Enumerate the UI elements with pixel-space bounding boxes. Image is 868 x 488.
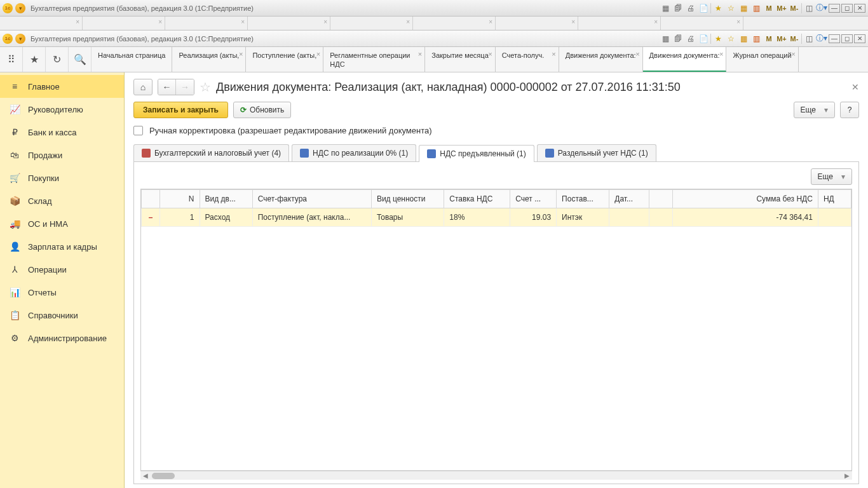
cell[interactable]: -74 364,41 — [673, 208, 818, 227]
sidebar-item[interactable]: 🛍Продажи — [0, 144, 124, 166]
dropdown-icon[interactable]: ▾ — [15, 34, 25, 44]
close-doc-button[interactable]: ✕ — [851, 82, 859, 92]
cell[interactable]: – — [142, 208, 160, 227]
column-header[interactable]: Вид ценности — [371, 190, 444, 208]
cell[interactable]: 18% — [444, 208, 510, 227]
sidebar-item[interactable]: 🚚ОС и НМА — [0, 212, 124, 235]
horizontal-scrollbar[interactable]: ◀ ▶ — [140, 471, 852, 480]
cell[interactable]: Товары — [371, 208, 444, 227]
home-button[interactable]: ⌂ — [133, 79, 153, 95]
cell[interactable] — [818, 208, 851, 227]
inner-tab[interactable]: НДС по реализации 0% (1) — [292, 144, 416, 161]
calc-icon[interactable]: ▦ — [738, 33, 749, 44]
sidebar-item[interactable]: 📋Справочники — [0, 304, 124, 327]
more-button[interactable]: Еще▾ — [794, 102, 835, 118]
back-button[interactable]: ← — [158, 79, 176, 95]
sidebar-item[interactable]: 👤Зарплата и кадры — [0, 235, 124, 258]
star-outline-icon[interactable]: ☆ — [725, 33, 736, 44]
star-icon[interactable]: ★ — [712, 33, 724, 44]
column-header[interactable] — [142, 190, 160, 208]
forward-button[interactable]: → — [176, 79, 194, 95]
close-button[interactable]: ✕ — [854, 4, 865, 13]
sidebar-item[interactable]: ₽Банк и касса — [0, 121, 124, 144]
help-button[interactable]: ? — [840, 102, 859, 118]
main-tab[interactable]: Реализация (акты,× — [172, 47, 246, 72]
tool-icon[interactable]: ▦ — [660, 3, 671, 14]
main-tab[interactable]: Поступление (акты,× — [246, 47, 323, 72]
close-icon[interactable]: × — [719, 50, 723, 58]
tool-icon[interactable]: 📄 — [698, 3, 709, 14]
scroll-left-icon[interactable]: ◀ — [143, 472, 148, 479]
tool-icon[interactable]: ▦ — [660, 33, 671, 44]
dropdown-icon[interactable]: ▾ — [15, 3, 25, 13]
panel-more-button[interactable]: Еще▾ — [811, 168, 852, 185]
manual-edit-checkbox[interactable] — [133, 126, 143, 135]
apps-icon[interactable]: ⠿ — [0, 47, 23, 72]
info-icon[interactable]: ⓘ▾ — [816, 33, 827, 44]
close-icon[interactable]: × — [635, 50, 639, 58]
info-icon[interactable]: ⓘ▾ — [816, 3, 827, 14]
main-tab[interactable]: Движения документа:× — [559, 47, 643, 72]
save-close-button[interactable]: Записать и закрыть — [133, 102, 228, 118]
panel-icon[interactable]: ◫ — [803, 3, 815, 14]
mplus-button[interactable]: M+ — [776, 33, 787, 44]
inner-tab[interactable]: НДС предъявленный (1) — [419, 145, 534, 162]
m-button[interactable]: M — [763, 33, 775, 44]
minimize-button[interactable]: — — [829, 34, 840, 43]
main-tab[interactable]: Движения документа:× — [643, 47, 727, 72]
cell[interactable]: 19.03 — [510, 208, 557, 227]
cell[interactable]: Интэк — [557, 208, 609, 227]
search-icon[interactable]: 🔍 — [69, 47, 92, 72]
cell[interactable]: Поступление (акт, накла... — [252, 208, 371, 227]
mplus-button[interactable]: M+ — [776, 3, 787, 14]
sidebar-item[interactable]: 🛒Покупки — [0, 166, 124, 189]
column-header[interactable]: Дат... — [609, 190, 649, 208]
inner-tab[interactable]: Бухгалтерский и налоговый учет (4) — [133, 144, 289, 161]
sidebar-item[interactable]: 📈Руководителю — [0, 98, 124, 121]
column-header[interactable]: Сумма без НДС — [673, 190, 818, 208]
main-tab[interactable]: Закрытие месяца× — [425, 47, 496, 72]
close-icon[interactable]: × — [488, 50, 492, 58]
column-header[interactable]: Постав... — [557, 190, 609, 208]
sidebar-item[interactable]: ⅄Операции — [0, 258, 124, 281]
panel-icon[interactable]: ◫ — [803, 33, 815, 44]
close-icon[interactable]: × — [791, 50, 795, 58]
sidebar-item[interactable]: ⚙Администрирование — [0, 327, 124, 349]
tool-icon[interactable]: 🗐 — [672, 33, 684, 44]
column-header[interactable]: Счет ... — [510, 190, 557, 208]
column-header[interactable] — [649, 190, 672, 208]
inner-tab[interactable]: Раздельный учет НДС (1) — [537, 144, 656, 161]
cell[interactable] — [609, 208, 649, 227]
sidebar-item[interactable]: ≡Главное — [0, 75, 124, 98]
close-icon[interactable]: × — [316, 50, 320, 58]
scroll-right-icon[interactable]: ▶ — [844, 472, 850, 479]
table-row[interactable]: –1РасходПоступление (акт, накла...Товары… — [142, 208, 851, 227]
main-tab[interactable]: Начальная страница — [92, 47, 172, 72]
main-tab[interactable]: Журнал операций× — [726, 47, 798, 72]
calendar-icon[interactable]: ▥ — [750, 3, 762, 14]
close-icon[interactable]: × — [239, 50, 243, 58]
cell[interactable] — [649, 208, 672, 227]
cell[interactable]: 1 — [160, 208, 200, 227]
main-tab[interactable]: Счета-получ.× — [496, 47, 559, 72]
grid[interactable]: NВид дв...Счет-фактураВид ценностиСтавка… — [140, 189, 852, 471]
calc-icon[interactable]: ▦ — [738, 3, 749, 14]
m-button[interactable]: M — [763, 3, 775, 14]
close-icon[interactable]: × — [552, 50, 555, 58]
minimize-button[interactable]: — — [829, 4, 840, 13]
history-icon[interactable]: ↻ — [46, 47, 69, 72]
star-icon[interactable]: ★ — [712, 3, 724, 14]
column-header[interactable]: Вид дв... — [200, 190, 252, 208]
maximize-button[interactable]: ◻ — [841, 4, 853, 13]
tool-icon[interactable]: 🖨 — [685, 3, 696, 14]
star-outline-icon[interactable]: ☆ — [725, 3, 736, 14]
column-header[interactable]: НД — [818, 190, 851, 208]
bookmark-icon[interactable]: ☆ — [200, 79, 211, 95]
column-header[interactable]: Ставка НДС — [444, 190, 510, 208]
mminus-button[interactable]: M- — [789, 33, 800, 44]
tool-icon[interactable]: 🖨 — [685, 33, 696, 44]
scroll-thumb[interactable] — [152, 473, 175, 479]
column-header[interactable]: N — [160, 190, 200, 208]
sidebar-item[interactable]: 📦Склад — [0, 189, 124, 212]
tool-icon[interactable]: 🗐 — [672, 3, 684, 14]
